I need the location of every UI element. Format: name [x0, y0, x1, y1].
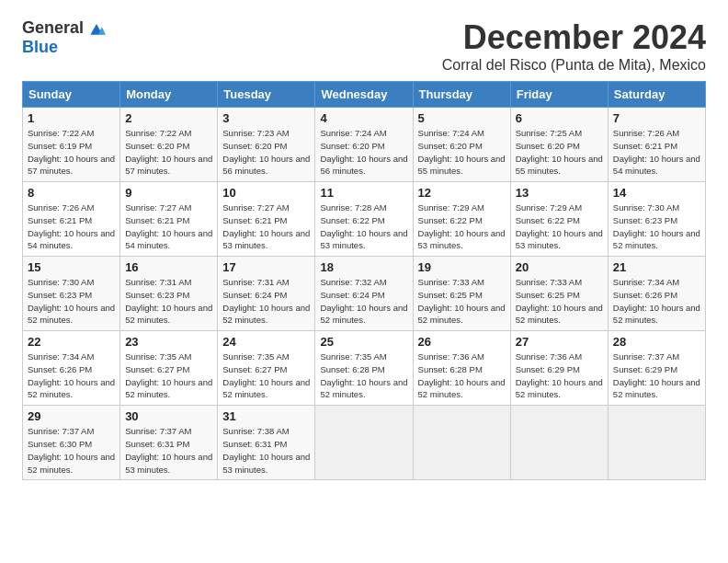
calendar-cell: 11Sunrise: 7:28 AMSunset: 6:22 PMDayligh…	[315, 182, 413, 257]
calendar-cell: 17Sunrise: 7:31 AMSunset: 6:24 PMDayligh…	[218, 257, 315, 331]
day-info: Sunrise: 7:24 AMSunset: 6:20 PMDaylight:…	[320, 127, 407, 178]
day-number: 13	[516, 186, 603, 200]
day-info: Sunrise: 7:37 AMSunset: 6:29 PMDaylight:…	[613, 350, 700, 401]
logo-icon	[87, 19, 106, 38]
calendar-cell: 6Sunrise: 7:25 AMSunset: 6:20 PMDaylight…	[510, 108, 608, 182]
day-number: 3	[222, 111, 310, 125]
subtitle: Corral del Risco (Punta de Mita), Mexico	[442, 57, 706, 74]
day-header-sunday: Sunday	[23, 82, 120, 108]
day-number: 9	[125, 186, 212, 200]
day-number: 19	[418, 260, 506, 274]
day-number: 23	[125, 335, 212, 349]
calendar-cell	[608, 406, 705, 480]
day-number: 1	[28, 111, 115, 125]
day-info: Sunrise: 7:36 AMSunset: 6:28 PMDaylight:…	[418, 350, 506, 401]
day-number: 10	[222, 186, 310, 200]
day-number: 18	[320, 260, 407, 274]
month-title: December 2024	[442, 18, 706, 57]
calendar-cell: 5Sunrise: 7:24 AMSunset: 6:20 PMDaylight…	[413, 108, 510, 182]
calendar-table: SundayMondayTuesdayWednesdayThursdayFrid…	[22, 81, 706, 480]
day-info: Sunrise: 7:37 AMSunset: 6:31 PMDaylight:…	[125, 425, 212, 476]
calendar-cell	[510, 406, 608, 480]
day-info: Sunrise: 7:29 AMSunset: 6:22 PMDaylight:…	[418, 201, 506, 252]
day-number: 31	[222, 409, 310, 423]
day-number: 14	[613, 186, 700, 200]
calendar-cell: 8Sunrise: 7:26 AMSunset: 6:21 PMDaylight…	[23, 182, 120, 257]
day-number: 7	[613, 111, 700, 125]
day-header-saturday: Saturday	[608, 82, 705, 108]
day-info: Sunrise: 7:33 AMSunset: 6:25 PMDaylight:…	[516, 276, 603, 327]
logo-general-text: General	[22, 18, 84, 38]
day-info: Sunrise: 7:36 AMSunset: 6:29 PMDaylight:…	[516, 350, 603, 401]
calendar-cell: 3Sunrise: 7:23 AMSunset: 6:20 PMDaylight…	[218, 108, 315, 182]
day-info: Sunrise: 7:29 AMSunset: 6:22 PMDaylight:…	[516, 201, 603, 252]
calendar-cell: 26Sunrise: 7:36 AMSunset: 6:28 PMDayligh…	[413, 331, 510, 406]
day-info: Sunrise: 7:35 AMSunset: 6:27 PMDaylight:…	[222, 350, 310, 401]
calendar-cell: 23Sunrise: 7:35 AMSunset: 6:27 PMDayligh…	[120, 331, 218, 406]
calendar-week-row: 8Sunrise: 7:26 AMSunset: 6:21 PMDaylight…	[23, 182, 706, 257]
day-info: Sunrise: 7:34 AMSunset: 6:26 PMDaylight:…	[613, 276, 700, 327]
day-number: 21	[613, 260, 700, 274]
day-info: Sunrise: 7:32 AMSunset: 6:24 PMDaylight:…	[320, 276, 407, 327]
calendar-cell: 18Sunrise: 7:32 AMSunset: 6:24 PMDayligh…	[315, 257, 413, 331]
calendar-cell: 2Sunrise: 7:22 AMSunset: 6:20 PMDaylight…	[120, 108, 218, 182]
day-info: Sunrise: 7:31 AMSunset: 6:24 PMDaylight:…	[222, 276, 310, 327]
day-info: Sunrise: 7:38 AMSunset: 6:31 PMDaylight:…	[222, 425, 310, 476]
calendar-cell: 12Sunrise: 7:29 AMSunset: 6:22 PMDayligh…	[413, 182, 510, 257]
day-number: 27	[516, 335, 603, 349]
day-info: Sunrise: 7:31 AMSunset: 6:23 PMDaylight:…	[125, 276, 212, 327]
calendar-cell: 27Sunrise: 7:36 AMSunset: 6:29 PMDayligh…	[510, 331, 608, 406]
day-header-tuesday: Tuesday	[218, 82, 315, 108]
calendar-cell: 7Sunrise: 7:26 AMSunset: 6:21 PMDaylight…	[608, 108, 705, 182]
day-number: 2	[125, 111, 212, 125]
calendar-cell	[315, 406, 413, 480]
calendar-cell: 22Sunrise: 7:34 AMSunset: 6:26 PMDayligh…	[23, 331, 120, 406]
day-number: 28	[613, 335, 700, 349]
day-info: Sunrise: 7:30 AMSunset: 6:23 PMDaylight:…	[28, 276, 115, 327]
day-number: 4	[320, 111, 407, 125]
day-info: Sunrise: 7:37 AMSunset: 6:30 PMDaylight:…	[28, 425, 115, 476]
day-number: 12	[418, 186, 506, 200]
day-info: Sunrise: 7:30 AMSunset: 6:23 PMDaylight:…	[613, 201, 700, 252]
day-info: Sunrise: 7:24 AMSunset: 6:20 PMDaylight:…	[418, 127, 506, 178]
day-number: 22	[28, 335, 115, 349]
calendar-cell: 30Sunrise: 7:37 AMSunset: 6:31 PMDayligh…	[120, 406, 218, 480]
day-number: 15	[28, 260, 115, 274]
day-number: 24	[222, 335, 310, 349]
day-info: Sunrise: 7:22 AMSunset: 6:20 PMDaylight:…	[125, 127, 212, 178]
day-header-monday: Monday	[120, 82, 218, 108]
day-number: 17	[222, 260, 310, 274]
day-info: Sunrise: 7:33 AMSunset: 6:25 PMDaylight:…	[418, 276, 506, 327]
day-number: 6	[516, 111, 603, 125]
calendar-week-row: 15Sunrise: 7:30 AMSunset: 6:23 PMDayligh…	[23, 257, 706, 331]
calendar-cell: 31Sunrise: 7:38 AMSunset: 6:31 PMDayligh…	[218, 406, 315, 480]
day-number: 16	[125, 260, 212, 274]
calendar-cell: 13Sunrise: 7:29 AMSunset: 6:22 PMDayligh…	[510, 182, 608, 257]
calendar-cell: 29Sunrise: 7:37 AMSunset: 6:30 PMDayligh…	[23, 406, 120, 480]
calendar-cell	[413, 406, 510, 480]
calendar-cell: 20Sunrise: 7:33 AMSunset: 6:25 PMDayligh…	[510, 257, 608, 331]
calendar-cell: 14Sunrise: 7:30 AMSunset: 6:23 PMDayligh…	[608, 182, 705, 257]
day-number: 26	[418, 335, 506, 349]
day-number: 30	[125, 409, 212, 423]
day-info: Sunrise: 7:25 AMSunset: 6:20 PMDaylight:…	[516, 127, 603, 178]
calendar-cell: 1Sunrise: 7:22 AMSunset: 6:19 PMDaylight…	[23, 108, 120, 182]
day-info: Sunrise: 7:35 AMSunset: 6:27 PMDaylight:…	[125, 350, 212, 401]
day-info: Sunrise: 7:23 AMSunset: 6:20 PMDaylight:…	[222, 127, 310, 178]
calendar-cell: 24Sunrise: 7:35 AMSunset: 6:27 PMDayligh…	[218, 331, 315, 406]
day-info: Sunrise: 7:26 AMSunset: 6:21 PMDaylight:…	[28, 201, 115, 252]
calendar-cell: 10Sunrise: 7:27 AMSunset: 6:21 PMDayligh…	[218, 182, 315, 257]
calendar-cell: 15Sunrise: 7:30 AMSunset: 6:23 PMDayligh…	[23, 257, 120, 331]
day-header-friday: Friday	[510, 82, 608, 108]
day-number: 8	[28, 186, 115, 200]
day-info: Sunrise: 7:28 AMSunset: 6:22 PMDaylight:…	[320, 201, 407, 252]
day-number: 25	[320, 335, 407, 349]
day-number: 5	[418, 111, 506, 125]
day-header-thursday: Thursday	[413, 82, 510, 108]
calendar-cell: 16Sunrise: 7:31 AMSunset: 6:23 PMDayligh…	[120, 257, 218, 331]
calendar-cell: 28Sunrise: 7:37 AMSunset: 6:29 PMDayligh…	[608, 331, 705, 406]
calendar-week-row: 22Sunrise: 7:34 AMSunset: 6:26 PMDayligh…	[23, 331, 706, 406]
header: General Blue December 2024 Corral del Ri…	[22, 18, 706, 74]
day-number: 20	[516, 260, 603, 274]
day-info: Sunrise: 7:26 AMSunset: 6:21 PMDaylight:…	[613, 127, 700, 178]
